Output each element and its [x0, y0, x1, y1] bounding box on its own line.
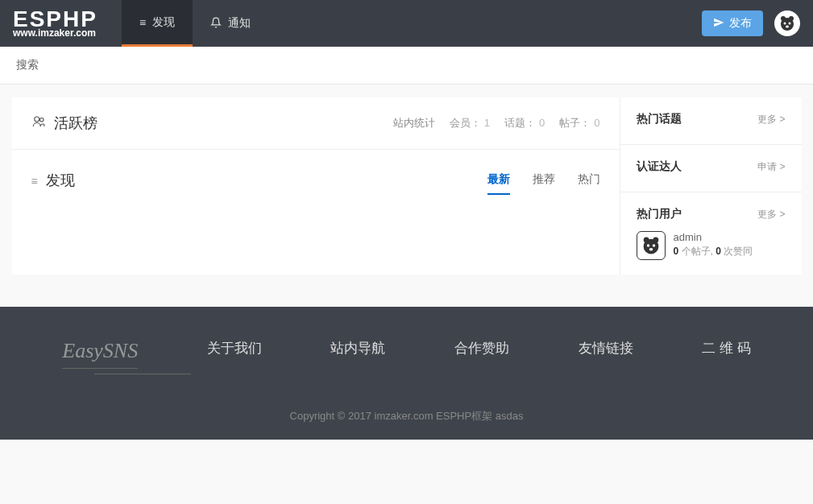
svg-point-2	[781, 18, 794, 31]
discover-title: 发现	[31, 171, 75, 190]
nav-notify-label: 通知	[228, 16, 251, 31]
send-icon	[713, 17, 724, 31]
hot-users-more[interactable]: 更多 >	[757, 208, 785, 221]
publish-button[interactable]: 发布	[702, 10, 763, 36]
user-item[interactable]: admin 0 个帖子, 0 次赞同	[637, 231, 786, 260]
search-bar[interactable]: 搜索	[0, 47, 813, 85]
site-logo[interactable]: ESPHP www.imzaker.com	[13, 8, 97, 39]
user-name: admin	[674, 231, 786, 243]
svg-point-5	[786, 26, 789, 28]
sidebar-hot-topics: 热门话题 更多 >	[620, 97, 802, 145]
people-icon	[31, 114, 46, 133]
svg-point-10	[643, 239, 658, 254]
site-stats: 站内统计 会员：1 话题：0 帖子：0	[393, 116, 600, 130]
discover-header: 发现 最新 推荐 热门	[31, 166, 600, 195]
logo-sub: www.imzaker.com	[13, 27, 97, 39]
search-label: 搜索	[16, 58, 39, 71]
active-panel: 活跃榜 站内统计 会员：1 话题：0 帖子：0	[12, 97, 620, 150]
footer-about[interactable]: 关于我们	[207, 339, 262, 357]
nav: 发现 通知	[122, 0, 268, 47]
svg-point-11	[646, 244, 649, 247]
stat-members: 会员：1	[450, 116, 490, 130]
discover-tabs: 最新 推荐 热门	[487, 172, 600, 195]
bell-icon	[210, 17, 222, 31]
bear-icon	[640, 234, 662, 257]
discover-panel: 发现 最新 推荐 热门	[12, 150, 620, 227]
active-panel-header: 活跃榜 站内统计 会员：1 话题：0 帖子：0	[31, 114, 600, 133]
user-stats: 0 个帖子, 0 次赞同	[674, 245, 786, 258]
topbar-right: 发布	[702, 10, 800, 36]
list-icon	[139, 16, 146, 29]
nav-notify[interactable]: 通知	[193, 0, 268, 47]
sidebar-hot-users: 热门用户 更多 > admin 0 个帖子, 0 次赞同	[620, 192, 802, 275]
main-column: 活跃榜 站内统计 会员：1 话题：0 帖子：0 发现 最新 推荐	[12, 97, 620, 275]
stats-label: 站内统计	[393, 116, 435, 130]
hot-topics-more[interactable]: 更多 >	[757, 113, 785, 126]
hot-users-title: 热门用户	[637, 207, 682, 221]
svg-point-3	[784, 23, 786, 25]
stat-posts: 帖子：0	[559, 116, 599, 130]
svg-point-4	[789, 23, 791, 25]
svg-point-12	[652, 244, 655, 247]
footer-copyright: Copyright © 2017 imzaker.com ESPHP框架 asd…	[0, 409, 813, 423]
verified-apply[interactable]: 申请 >	[757, 160, 785, 174]
svg-point-7	[39, 118, 44, 122]
footer-nav: EasySNS 关于我们 站内导航 合作赞助 友情链接 二 维 码	[12, 339, 802, 369]
nav-discover[interactable]: 发现	[122, 0, 193, 47]
verified-title: 认证达人	[637, 159, 682, 174]
bear-icon	[778, 14, 797, 33]
stat-topics: 话题：0	[504, 116, 545, 130]
svg-point-6	[34, 117, 39, 122]
footer-logo: EasySNS	[62, 339, 138, 369]
topbar: ESPHP www.imzaker.com 发现 通知 发布	[0, 0, 813, 47]
user-avatar-button[interactable]	[774, 10, 800, 36]
tab-newest[interactable]: 最新	[487, 172, 510, 195]
tab-hot[interactable]: 热门	[578, 172, 600, 195]
active-panel-title: 活跃榜	[31, 114, 97, 133]
hot-topics-title: 热门话题	[637, 112, 682, 126]
footer-sitemap[interactable]: 站内导航	[330, 339, 385, 357]
user-avatar	[637, 231, 666, 260]
footer-sponsor[interactable]: 合作赞助	[454, 339, 509, 357]
sidebar-verified: 认证达人 申请 >	[620, 145, 802, 192]
footer-qrcode[interactable]: 二 维 码	[702, 339, 750, 357]
tab-recommend[interactable]: 推荐	[533, 172, 555, 195]
list-icon	[31, 172, 38, 189]
main-container: 活跃榜 站内统计 会员：1 话题：0 帖子：0 发现 最新 推荐	[12, 97, 802, 275]
user-info: admin 0 个帖子, 0 次赞同	[674, 231, 786, 258]
svg-point-13	[649, 248, 653, 251]
sidebar: 热门话题 更多 > 认证达人 申请 > 热门用户 更多 > admin 0 个帖	[620, 97, 802, 275]
discover-title-text: 发现	[46, 171, 75, 190]
footer-friends[interactable]: 友情链接	[579, 339, 633, 357]
active-title-text: 活跃榜	[54, 114, 97, 133]
publish-label: 发布	[729, 16, 752, 31]
nav-discover-label: 发现	[152, 15, 175, 30]
footer: EasySNS 关于我们 站内导航 合作赞助 友情链接 二 维 码 Copyri…	[0, 307, 813, 440]
